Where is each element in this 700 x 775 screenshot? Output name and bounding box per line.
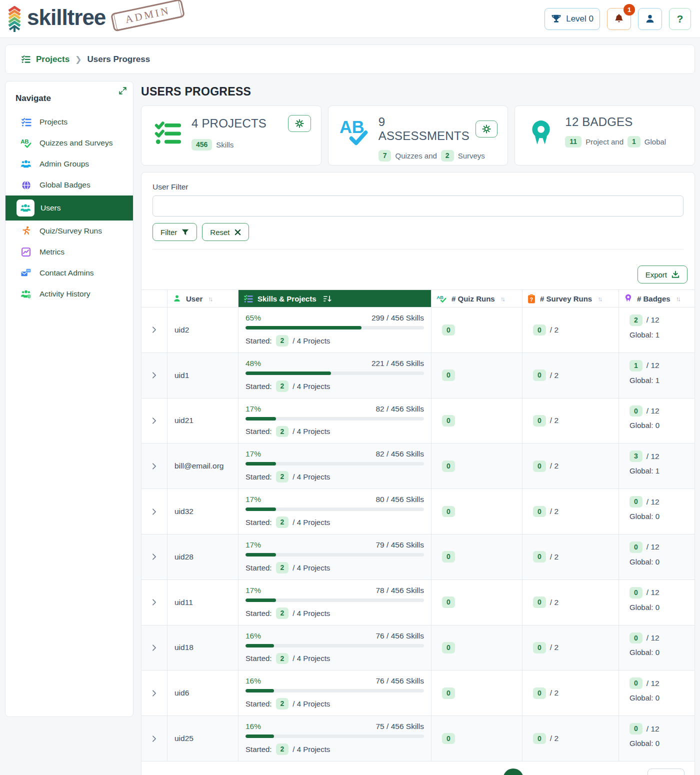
survey-runs-total: / 2 xyxy=(550,552,558,562)
badges-count-badge: 0 xyxy=(630,632,642,644)
profile-button[interactable] xyxy=(638,8,662,30)
sidebar-item-quizzes[interactable]: AB Quizzes and Surveys xyxy=(6,132,133,154)
skills-column-header[interactable]: Skills & Projects xyxy=(238,290,431,307)
skill-progress-bar xyxy=(246,734,424,738)
projects-gear-button[interactable] xyxy=(288,115,311,132)
reset-button-label: Reset xyxy=(210,228,230,236)
started-label: Started: xyxy=(246,609,272,618)
projects-card-icon xyxy=(152,115,184,156)
sidebar-item-contact-admins[interactable]: Contact Admins xyxy=(6,262,133,284)
sidebar-item-users[interactable]: Users xyxy=(6,196,133,220)
row-expand-button[interactable] xyxy=(149,506,160,517)
expand-cell xyxy=(142,534,167,580)
level-button[interactable]: Level 0 xyxy=(544,8,600,30)
projects-total: / 4 Projects xyxy=(292,427,330,436)
badges-total: / 12 xyxy=(646,452,660,461)
started-label: Started: xyxy=(246,700,272,708)
row-expand-button[interactable] xyxy=(149,734,160,744)
page-2-button[interactable]: 2 xyxy=(526,770,542,775)
sidebar-item-label: Quizzes and Surveys xyxy=(40,138,112,148)
breadcrumb-projects-link[interactable]: Projects xyxy=(36,54,70,64)
filter-button[interactable]: Filter xyxy=(152,223,197,241)
filter-funnel-icon xyxy=(182,228,189,236)
row-expand-button[interactable] xyxy=(149,688,160,698)
sidebar-item-admin-groups[interactable]: Admin Groups xyxy=(6,154,133,174)
badges-count-badge: 0 xyxy=(630,587,642,598)
user-filter-input[interactable] xyxy=(152,196,684,216)
row-expand-button[interactable] xyxy=(149,416,160,426)
projects-card-title: 4 PROJECTS xyxy=(192,116,266,130)
expand-cell xyxy=(142,489,167,534)
prev-page-button[interactable]: ‹ xyxy=(484,770,501,775)
assessments-gear-button[interactable] xyxy=(476,120,498,138)
sidebar-title: Navigate xyxy=(6,88,133,112)
global-badges-count: Global: 1 xyxy=(630,330,688,339)
quiz-runs-badge: 0 xyxy=(442,596,455,608)
skill-progress-bar xyxy=(246,508,424,511)
row-expand-button[interactable] xyxy=(149,552,160,562)
page-5-button[interactable]: 5 xyxy=(582,770,600,775)
sidebar-item-global-badges[interactable]: Global Badges xyxy=(6,174,133,196)
navigate-collapse-icon[interactable] xyxy=(118,86,127,95)
global-badges-count: Global: 0 xyxy=(630,739,688,748)
started-count-badge: 2 xyxy=(276,426,289,438)
close-x-icon xyxy=(234,229,241,236)
reset-button[interactable]: Reset xyxy=(202,223,248,241)
quizzes-icon: AB xyxy=(20,138,32,148)
survey-runs-total: / 2 xyxy=(550,416,558,425)
page-3-button[interactable]: 3 xyxy=(544,770,562,775)
sidebar-item-metrics[interactable]: Metrics xyxy=(6,242,133,262)
badges-cell: 2 / 12 Global: 1 xyxy=(618,308,694,352)
user-cell: uid21 xyxy=(167,398,238,444)
table-row: uid2 65% 299 / 456 Skills Started: 2 xyxy=(142,308,694,353)
global-badges-label: Global xyxy=(644,138,666,146)
badges-total: / 12 xyxy=(646,361,660,370)
survey-runs-cell: 0 / 2 xyxy=(522,398,618,444)
global-badges-count-badge: 1 xyxy=(628,136,640,148)
next-page-button[interactable]: › xyxy=(602,770,618,775)
assessments-stat-card: AB 9 ASSESSMENTS xyxy=(328,106,508,166)
last-page-button[interactable]: » xyxy=(620,770,638,775)
page-4-button[interactable]: 4 xyxy=(564,770,580,775)
first-page-button[interactable]: « xyxy=(465,770,482,775)
quiz-runs-cell: 0 xyxy=(431,626,522,670)
sidebar-item-activity-history[interactable]: Activity History xyxy=(6,284,133,304)
sidebar-item-label: Global Badges xyxy=(40,180,90,190)
sidebar-item-label: Contact Admins xyxy=(40,268,94,278)
started-label: Started: xyxy=(246,382,272,390)
expand-cell xyxy=(142,398,167,444)
badges-count-badge: 3 xyxy=(630,450,642,462)
sidebar-item-projects[interactable]: Projects xyxy=(6,112,133,132)
sidebar-item-quiz-survey-runs[interactable]: Quiz/Survey Runs xyxy=(6,220,133,242)
row-expand-button[interactable] xyxy=(149,642,160,653)
chevron-right-icon xyxy=(149,597,160,608)
page-1-button[interactable]: 1 xyxy=(503,768,524,775)
started-count-badge: 2 xyxy=(276,653,289,664)
page-size-select[interactable]: 10 xyxy=(648,768,684,775)
badges-column-header[interactable]: # Badges ↑↓ xyxy=(618,290,694,307)
row-expand-button[interactable] xyxy=(149,597,160,608)
expand-cell xyxy=(142,626,167,670)
survey-runs-column-header[interactable]: ? # Survey Runs ↑↓ xyxy=(522,290,618,307)
table-row: uid1 48% 221 / 456 Skills Started: 2 xyxy=(142,353,694,398)
user-column-header[interactable]: User ↑↓ xyxy=(167,290,238,307)
row-expand-button[interactable] xyxy=(149,324,160,335)
badges-stat-card: 12 BADGES 11 Project and 1 Global xyxy=(514,106,695,166)
survey-runs-cell: 0 / 2 xyxy=(522,308,618,352)
page-title: USERS PROGRESS xyxy=(141,85,695,98)
top-bar: skilltree ADMIN Level 0 xyxy=(0,0,700,38)
svg-text:AB: AB xyxy=(20,138,28,144)
skill-percent: 65% xyxy=(246,314,261,322)
row-expand-button[interactable] xyxy=(149,461,160,472)
row-expand-button[interactable] xyxy=(149,370,160,380)
user-id: uid2 xyxy=(174,326,189,334)
projects-total: / 4 Projects xyxy=(292,745,330,754)
badges-cell: 0 / 12 Global: 0 xyxy=(618,580,694,625)
export-button[interactable]: Export xyxy=(638,266,688,284)
svg-text:?: ? xyxy=(530,296,533,302)
help-button[interactable]: ? xyxy=(669,8,691,30)
badges-count-badge: 0 xyxy=(630,406,642,417)
quiz-runs-column-header[interactable]: AB # Quiz Runs ↑↓ xyxy=(431,290,522,307)
notifications-button[interactable]: 1 xyxy=(607,8,631,30)
project-badges-count-badge: 11 xyxy=(565,136,582,148)
